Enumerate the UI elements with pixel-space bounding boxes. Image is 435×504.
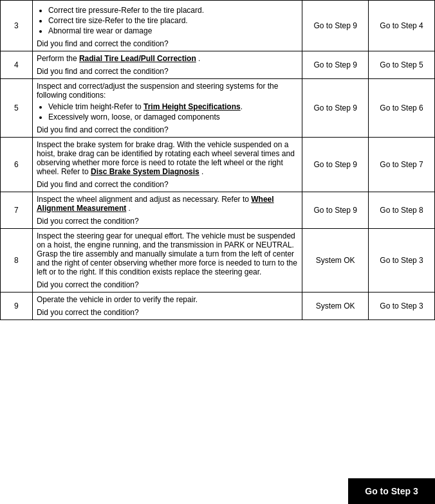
action-cell: Inspect the steering gear for unequal ef… [32, 229, 302, 292]
no-nav: Go to Step 8 [369, 192, 435, 229]
list-item: Abnormal tire wear or damage [48, 26, 298, 35]
action-cell: Operate the vehicle in order to verify t… [32, 292, 302, 320]
action-cell: Inspect and correct/adjust the suspensio… [32, 79, 302, 138]
table-row: 6 Inspect the brake system for brake dra… [1, 138, 435, 192]
no-nav: Go to Step 3 [369, 292, 435, 320]
yes-nav: Go to Step 9 [302, 51, 369, 79]
question-text: Did you find and correct the condition? [37, 125, 298, 134]
link-text[interactable]: Radial Tire Lead/Pull Correction [79, 54, 196, 63]
yes-nav: Go to Step 9 [302, 1, 369, 51]
link-text[interactable]: Trim Height Specifications [143, 102, 241, 111]
question-text: Did you correct the condition? [37, 217, 298, 226]
action-intro: Inspect and correct/adjust the suspensio… [37, 82, 298, 100]
list-item: Correct tire size-Refer to the tire plac… [48, 16, 298, 25]
action-text: Inspect the steering gear for unequal ef… [37, 231, 298, 276]
table-row: 9 Operate the vehicle in order to verify… [1, 292, 435, 320]
action-cell: Inspect the wheel alignment and adjust a… [32, 192, 302, 229]
table-row: 5 Inspect and correct/adjust the suspens… [1, 79, 435, 138]
no-nav: Go to Step 5 [369, 51, 435, 79]
no-nav: Go to Step 4 [369, 1, 435, 51]
list-item: Correct tire pressure-Refer to the tire … [48, 6, 298, 15]
yes-nav: Go to Step 9 [302, 192, 369, 229]
list-item: Vehicle trim height-Refer to Trim Height… [48, 102, 298, 111]
link-text[interactable]: Disc Brake System Diagnosis [91, 167, 199, 176]
no-nav: Go to Step 6 [369, 79, 435, 138]
question-text: Did you find and correct the condition? [37, 67, 298, 76]
action-text: Operate the vehicle in order to verify t… [37, 295, 298, 304]
action-cell: Perform the Radial Tire Lead/Pull Correc… [32, 51, 302, 79]
bullet-list: Vehicle trim height-Refer to Trim Height… [48, 102, 298, 122]
yes-nav: Go to Step 9 [302, 138, 369, 192]
link-text[interactable]: Wheel Alignment Measurement [37, 195, 274, 213]
table-row: 8 Inspect the steering gear for unequal … [1, 229, 435, 292]
step-number: 8 [1, 229, 33, 292]
list-item: Excessively worn, loose, or damaged comp… [48, 113, 298, 122]
step-number: 6 [1, 138, 33, 192]
question-text: Did you correct the condition? [37, 308, 298, 317]
step-number: 9 [1, 292, 33, 320]
no-nav: Go to Step 7 [369, 138, 435, 192]
bullet-list: Correct tire pressure-Refer to the tire … [48, 6, 298, 35]
question-text: Did you correct the condition? [37, 280, 298, 289]
table-row: 4 Perform the Radial Tire Lead/Pull Corr… [1, 51, 435, 79]
step-number: 5 [1, 79, 33, 138]
step-number: 3 [1, 1, 33, 51]
no-nav: Go to Step 3 [369, 229, 435, 292]
step-number: 4 [1, 51, 33, 79]
action-text: Inspect the brake system for brake drag.… [37, 140, 298, 176]
action-cell: Inspect the brake system for brake drag.… [32, 138, 302, 192]
table-row: 7 Inspect the wheel alignment and adjust… [1, 192, 435, 229]
yes-nav: System OK [302, 292, 369, 320]
question-text: Did you find and correct the condition? [37, 39, 298, 48]
yes-nav: System OK [302, 229, 369, 292]
question-text: Did you find and correct the condition? [37, 180, 298, 189]
action-text: Inspect the wheel alignment and adjust a… [37, 195, 298, 213]
action-cell: Correct tire pressure-Refer to the tire … [32, 1, 302, 51]
yes-nav: Go to Step 9 [302, 79, 369, 138]
step-number: 7 [1, 192, 33, 229]
action-text: Perform the Radial Tire Lead/Pull Correc… [37, 54, 298, 63]
table-row: 3 Correct tire pressure-Refer to the tir… [1, 1, 435, 51]
